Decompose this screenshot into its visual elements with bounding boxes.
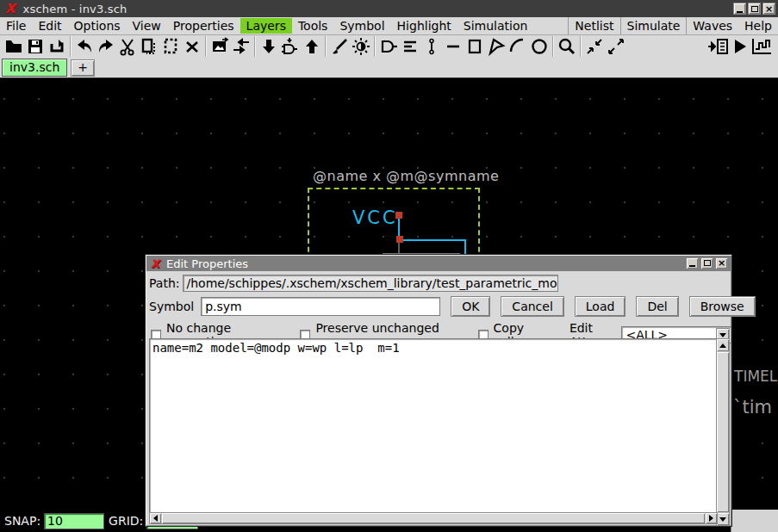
scroll-down-button[interactable] <box>717 513 729 525</box>
menu-simulation[interactable]: Simulation <box>457 18 534 34</box>
cancel-button[interactable]: Cancel <box>501 296 563 317</box>
menu-view[interactable]: View <box>127 18 167 34</box>
arrow-down-icon <box>719 517 726 522</box>
draw-circle-icon[interactable] <box>528 37 550 57</box>
menu-symbol[interactable]: Symbol <box>333 18 390 34</box>
vertical-scrollbar-thumb[interactable] <box>717 352 729 512</box>
xschem-logo-icon: X <box>5 1 16 16</box>
save-icon[interactable] <box>24 37 46 57</box>
brush-icon[interactable] <box>328 37 350 57</box>
path-label: Path: <box>149 276 179 290</box>
dialog-titlebar[interactable]: X Edit Properties × <box>146 256 731 271</box>
chevron-down-icon <box>719 333 726 337</box>
menu-file[interactable]: File <box>0 18 32 34</box>
reload-icon[interactable] <box>46 37 67 57</box>
window-title: xschem - inv3.sch <box>23 3 128 15</box>
clipped-canvas-text-bottom: `tim <box>733 397 772 418</box>
del-button[interactable]: Del <box>636 296 678 317</box>
push-down-icon[interactable] <box>258 37 279 57</box>
menu-properties[interactable]: Properties <box>167 18 240 34</box>
new-tab-button[interactable]: + <box>71 59 95 77</box>
arrow-up-icon <box>719 343 726 348</box>
tabbar: inv3.sch + <box>0 58 778 78</box>
zoom-in-icon[interactable] <box>583 37 605 57</box>
maximize-icon <box>751 6 758 12</box>
dialog-close-button[interactable]: × <box>715 257 728 269</box>
place-symbol-icon[interactable] <box>377 37 399 57</box>
minimize-icon <box>737 11 743 13</box>
dialog-minimize-button[interactable] <box>686 257 699 269</box>
ok-button[interactable]: OK <box>451 296 490 317</box>
paste-icon[interactable] <box>159 37 181 57</box>
insert-image-icon[interactable] <box>209 37 230 57</box>
draw-rect-icon[interactable] <box>464 37 485 57</box>
horizontal-scrollbar[interactable] <box>149 512 718 524</box>
scroll-up-button[interactable] <box>717 339 729 351</box>
menu-simulate[interactable]: Simulate <box>621 18 687 34</box>
minimize-button[interactable] <box>733 3 746 15</box>
menu-layers[interactable]: Layers <box>240 18 292 34</box>
menu-options[interactable]: Options <box>68 18 127 34</box>
dialog-title: Edit Properties <box>166 257 248 270</box>
toggle-light-icon[interactable] <box>350 37 371 57</box>
dialog-xschem-logo-icon: X <box>151 257 159 270</box>
menubar: File Edit Options View Properties Layers… <box>0 17 778 35</box>
draw-polygon-icon[interactable] <box>485 37 507 57</box>
menu-help[interactable]: Help <box>738 18 778 34</box>
symbol-format-text[interactable]: @name x @m@symname <box>313 168 499 184</box>
edit-properties-dialog: X Edit Properties × Path: /home/schippes… <box>145 254 732 527</box>
arrow-right-icon <box>709 515 713 522</box>
minimize-icon <box>689 265 695 267</box>
symbol-label: Symbol <box>149 300 194 313</box>
toolbar <box>0 35 778 58</box>
scroll-left-button[interactable] <box>150 513 161 523</box>
menu-waves[interactable]: Waves <box>687 18 738 34</box>
browse-button[interactable]: Browse <box>689 296 756 317</box>
pin-square[interactable] <box>396 236 403 243</box>
load-button[interactable]: Load <box>575 296 626 317</box>
close-button[interactable]: × <box>762 3 775 15</box>
cut-icon[interactable] <box>116 37 138 57</box>
grid-label: GRID: <box>109 514 143 528</box>
draw-line-icon[interactable] <box>442 37 464 57</box>
simulate-icon[interactable] <box>729 37 750 57</box>
arrow-left-icon <box>153 515 158 522</box>
menu-netlist[interactable]: Netlist <box>569 18 619 34</box>
snap-input[interactable] <box>44 513 104 529</box>
zoom-out-icon[interactable] <box>605 37 626 57</box>
open-file-icon[interactable] <box>3 37 24 57</box>
horizontal-scrollbar-thumb[interactable] <box>162 513 705 523</box>
menu-tools[interactable]: Tools <box>292 18 334 34</box>
waves-icon[interactable] <box>750 37 772 57</box>
maximize-icon <box>704 260 711 266</box>
swap-windows-icon[interactable] <box>230 37 252 57</box>
xschem-window: X xschem - inv3.sch × File Edit Options … <box>0 0 778 532</box>
symbol-input[interactable] <box>201 297 440 316</box>
tab-inv3-sch[interactable]: inv3.sch <box>2 59 67 77</box>
draw-arc-icon[interactable] <box>507 37 528 57</box>
close-icon: × <box>765 4 773 14</box>
properties-textarea[interactable]: name=m2 model=@modp w=wp l=lp m=1 <box>149 338 718 515</box>
place-pin-icon[interactable] <box>420 37 442 57</box>
menu-highlight[interactable]: Highlight <box>391 18 457 34</box>
descend-symbol-icon[interactable] <box>279 37 301 57</box>
scroll-right-button[interactable] <box>706 513 717 523</box>
vertical-scrollbar[interactable] <box>716 338 730 526</box>
go-back-up-icon[interactable] <box>301 37 322 57</box>
redo-icon[interactable] <box>95 37 116 57</box>
delete-icon[interactable] <box>181 37 202 57</box>
snap-label: SNAP: <box>4 514 40 528</box>
close-icon: × <box>718 258 725 268</box>
maximize-button[interactable] <box>748 3 761 15</box>
menu-edit[interactable]: Edit <box>32 18 67 34</box>
pin-square[interactable] <box>395 212 402 219</box>
place-text-icon[interactable] <box>399 37 420 57</box>
path-field: /home/schippes/.xschem/xschem_library/te… <box>183 275 558 292</box>
clipped-canvas-text-top: TIMEL <box>734 368 777 385</box>
dialog-maximize-button[interactable] <box>700 257 713 269</box>
window-titlebar: X xschem - inv3.sch × <box>0 0 778 17</box>
undo-icon[interactable] <box>73 37 95 57</box>
zoom-box-icon[interactable] <box>556 37 577 57</box>
netlist-icon[interactable] <box>707 37 729 57</box>
copy-icon[interactable] <box>138 37 159 57</box>
